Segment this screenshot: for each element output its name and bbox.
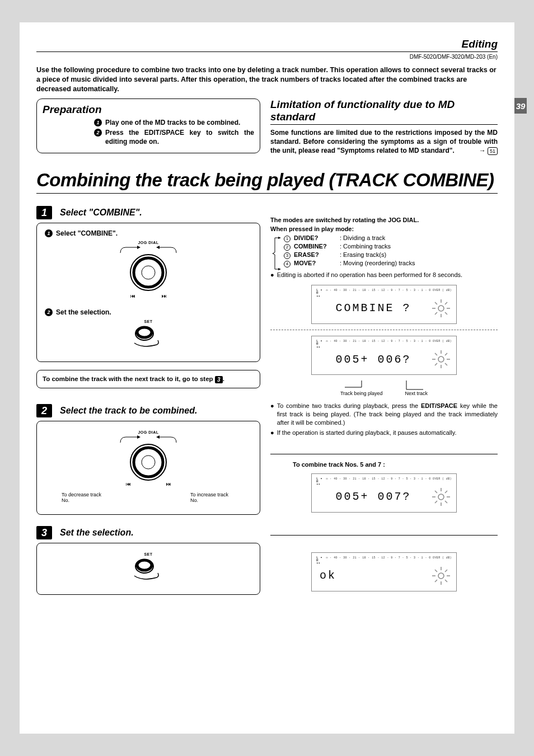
svg-point-8: [137, 327, 152, 337]
svg-line-32: [445, 363, 447, 365]
step-1-badge: 1: [36, 206, 52, 219]
svg-marker-13: [156, 435, 160, 439]
svg-line-34: [435, 363, 437, 365]
set-button-icon-2: [129, 556, 168, 581]
svg-point-10: [130, 444, 166, 480]
step-2-box: JOG DIAL ⏮ ⏭ To decrease track No.: [36, 421, 260, 515]
track-played-label: Track being played: [340, 391, 383, 396]
svg-marker-0: [137, 246, 140, 249]
step-3-title: Set the selection.: [60, 528, 134, 538]
step-1-sub2: Set the selection.: [56, 308, 111, 316]
preparation-box: Preparation 1Play one of the MD tracks t…: [36, 98, 260, 154]
next-track-label: Next track: [405, 391, 428, 396]
limitation-title: Limitation of functionality due to MD st…: [270, 98, 498, 125]
svg-point-50: [438, 494, 444, 500]
svg-line-47: [435, 501, 437, 503]
jog-dial-label: JOG DIAL: [45, 241, 252, 245]
decrease-label: To decrease track No.: [62, 492, 106, 503]
svg-point-1: [130, 255, 166, 290]
svg-point-11: [134, 448, 163, 477]
page-number-tab: 39: [514, 98, 527, 114]
step-1-title: Select "COMBINE".: [60, 208, 142, 218]
jog-dial-icon-2: ⏮ ⏭: [98, 434, 199, 490]
svg-text:⏮: ⏮: [126, 481, 131, 487]
model-line: DMF-5020/DMF-3020/MD-203 (En): [36, 51, 498, 60]
svg-point-12: [142, 456, 155, 469]
brace-icon: [271, 237, 283, 270]
preparation-title: Preparation: [43, 104, 254, 116]
mode-list: 1DIVIDE?: Dividing a track 2COMBINE?: Co…: [284, 234, 498, 267]
bullet-2: 2: [94, 129, 102, 137]
disc-spin-icon: [430, 486, 452, 508]
svg-marker-9: [137, 435, 140, 439]
set-label: SET: [45, 320, 252, 323]
svg-point-59: [438, 573, 444, 579]
svg-text:⏮: ⏮: [130, 293, 135, 299]
set-button-icon: [129, 323, 168, 349]
svg-line-52: [445, 570, 447, 572]
step-1-box: 1Select "COMBINE". JOG DIAL ⏮ ⏭: [36, 223, 260, 362]
jog-dial-icon: ⏮ ⏭: [109, 245, 188, 300]
svg-text:⏭: ⏭: [166, 481, 171, 487]
svg-point-37: [438, 356, 444, 362]
step-1-note: To combine the track with the next track…: [36, 370, 260, 388]
manual-page: Editing DMF-5020/DMF-3020/MD-203 (En) 39…: [20, 22, 514, 734]
lcd-display-3: L ▪R ▪▪ ∞ · 40 · 30 · 21 · 18 · 15 · 12 …: [311, 473, 457, 513]
svg-line-21: [445, 302, 447, 304]
svg-marker-19: [278, 268, 281, 270]
section-header: Editing: [36, 38, 498, 50]
page-title: Combining the track being played (TRACK …: [36, 170, 498, 194]
track-pointer-icon: [334, 381, 434, 392]
increase-label: To increase track No.: [190, 492, 235, 503]
mode-intro-1: The modes are switched by rotating the J…: [270, 216, 498, 224]
prep-item-2: Press the EDIT/SPACE key to switch the e…: [105, 128, 254, 146]
intro-paragraph: Use the following procedure to combine t…: [36, 65, 498, 94]
jog-dial-label-2: JOG DIAL: [45, 430, 252, 434]
disc-spin-icon: [430, 298, 452, 319]
svg-point-17: [137, 560, 152, 570]
svg-marker-4: [156, 246, 160, 249]
svg-line-36: [435, 353, 437, 355]
step-3-box: SET: [36, 543, 260, 595]
bullet-1: 1: [94, 119, 102, 126]
svg-line-49: [435, 491, 437, 493]
mode-intro-2: When pressed in play mode:: [270, 225, 498, 233]
svg-line-54: [445, 580, 447, 582]
abort-note: Editing is aborted if no operation has b…: [277, 271, 462, 279]
step-3-badge: 3: [36, 526, 52, 539]
svg-line-27: [435, 302, 437, 304]
svg-point-3: [142, 266, 155, 279]
limitation-text: Some functions are limited due to the re…: [270, 128, 498, 156]
step-2-title: Select the track to be combined.: [60, 406, 197, 416]
svg-line-23: [445, 312, 447, 314]
svg-line-56: [435, 580, 437, 582]
svg-line-30: [445, 353, 447, 355]
disc-spin-icon: [430, 349, 452, 370]
combine-example-title: To combine track Nos. 5 and 7 :: [293, 461, 498, 468]
combine-note-2: If the operation is started during playb…: [277, 429, 457, 437]
svg-marker-18: [278, 237, 281, 239]
lcd-display-4: L ▪R ▪▪ ∞ · 40 · 30 · 21 · 18 · 15 · 12 …: [311, 552, 457, 591]
step-2-badge: 2: [36, 404, 52, 417]
svg-point-2: [134, 258, 163, 287]
page-ref: 51: [488, 147, 498, 155]
disc-spin-icon: [430, 565, 452, 586]
svg-line-43: [445, 491, 447, 493]
lcd-display-2: L ▪R ▪▪ ∞ · 40 · 30 · 21 · 18 · 15 · 12 …: [311, 336, 457, 375]
svg-line-58: [435, 570, 437, 572]
lcd-display-1: L ▪R ▪▪ ∞ · 40 · 30 · 21 · 18 · 15 · 12 …: [311, 285, 457, 324]
svg-point-28: [438, 306, 444, 311]
svg-line-45: [445, 501, 447, 503]
combine-note-1: To combine two tracks during playback, p…: [277, 402, 498, 427]
set-label-2: SET: [45, 552, 252, 556]
prep-item-1: Play one of the MD tracks to be combined…: [105, 118, 240, 127]
step-1-sub1: Select "COMBINE".: [56, 229, 118, 237]
svg-line-25: [435, 312, 437, 314]
svg-text:⏭: ⏭: [162, 293, 167, 299]
